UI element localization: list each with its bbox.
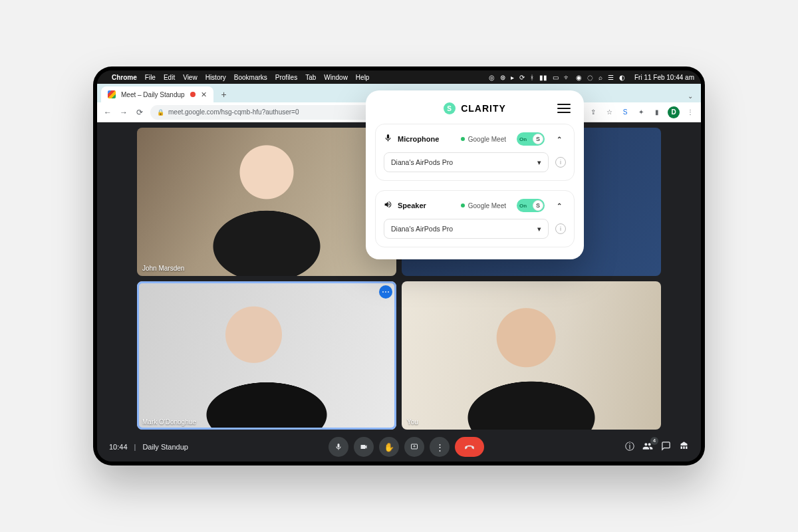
- menu-profiles[interactable]: Profiles: [275, 74, 297, 81]
- chrome-menu-button[interactable]: ⋮: [685, 107, 696, 118]
- menu-help[interactable]: Help: [356, 74, 370, 81]
- microphone-device-value: Diana's AirPods Pro: [391, 158, 453, 166]
- tray-play-icon[interactable]: ▸: [511, 74, 514, 81]
- speaker-toggle[interactable]: On S: [517, 199, 545, 212]
- tray-icon[interactable]: ⊛: [500, 74, 505, 81]
- nav-back-button[interactable]: ←: [102, 107, 113, 118]
- tab-close-button[interactable]: ✕: [201, 90, 207, 99]
- lock-icon: 🔒: [157, 109, 164, 116]
- phone-hangup-icon: [464, 441, 475, 453]
- menu-view[interactable]: View: [183, 74, 198, 81]
- window-dropdown-button[interactable]: ⌄: [688, 92, 693, 100]
- menubar-clock[interactable]: Fri 11 Feb 10:44 am: [634, 74, 694, 81]
- tray-clock-icon[interactable]: ◌: [587, 74, 593, 81]
- menu-edit[interactable]: Edit: [164, 74, 175, 81]
- video-tile[interactable]: John Marsden: [137, 128, 396, 276]
- profile-avatar[interactable]: D: [668, 106, 680, 118]
- share-icon[interactable]: ⇪: [588, 107, 598, 118]
- speaker-app-indicator: Google Meet: [461, 202, 506, 209]
- speaker-label: Speaker: [398, 201, 426, 209]
- tab-title: Meet – Daily Standup: [121, 91, 185, 98]
- browser-tab[interactable]: Meet – Daily Standup ✕: [101, 86, 213, 102]
- microphone-label: Microphone: [398, 135, 439, 143]
- toggle-knob-icon: S: [533, 134, 543, 144]
- camera-icon: [360, 443, 368, 451]
- video-tile-speaking[interactable]: ⋯ Mark O'Donoghue: [137, 281, 396, 430]
- menubar-tray: ◎ ⊛ ▸ ⟳ ᚼ ▮▮ ▭ ᯤ ◉ ◌ ⌕ ☰ ◐ Fri 11 Feb 10…: [489, 74, 694, 81]
- microphone-device-select[interactable]: Diana's AirPods Pro ▾: [384, 152, 549, 172]
- tray-bluetooth-icon[interactable]: ᚼ: [530, 74, 534, 81]
- meet-favicon-icon: [108, 90, 116, 98]
- meeting-details-button[interactable]: ⓘ: [625, 441, 634, 453]
- microphone-info-button[interactable]: i: [555, 157, 566, 168]
- tile-menu-button[interactable]: ⋯: [379, 285, 392, 299]
- menu-history[interactable]: History: [205, 74, 226, 81]
- status-dot-icon: [461, 203, 465, 207]
- clarity-logo-icon: S: [444, 102, 456, 114]
- raise-hand-button[interactable]: ✋: [379, 437, 399, 457]
- activities-button[interactable]: [679, 441, 689, 453]
- speaker-icon: [384, 200, 392, 211]
- speaker-info-button[interactable]: i: [555, 223, 566, 234]
- status-dot-icon: [461, 137, 465, 141]
- url-field[interactable]: 🔒 meet.google.com/hsg-cqmb-hfu?authuser=…: [150, 105, 403, 120]
- recording-indicator-icon: [190, 92, 196, 97]
- present-screen-button[interactable]: [404, 437, 424, 457]
- tray-siri-icon[interactable]: ◐: [619, 74, 625, 81]
- menubar-app-name[interactable]: Chrome: [112, 74, 137, 81]
- tray-battery-icon[interactable]: ▮▮: [539, 74, 547, 81]
- extension-icon[interactable]: S: [620, 107, 630, 118]
- chevron-down-icon: ▾: [537, 225, 541, 233]
- clarity-logo: S CLARITY: [444, 102, 506, 114]
- microphone-icon: [384, 134, 392, 144]
- toggle-label: On: [519, 203, 527, 209]
- people-button[interactable]: 4: [642, 441, 653, 454]
- url-text: meet.google.com/hsg-cqmb-hfu?authuser=0: [168, 108, 299, 116]
- tray-wifi-icon[interactable]: ᯤ: [564, 74, 571, 81]
- clarity-brand-text: CLARITY: [461, 103, 506, 114]
- tray-display-icon[interactable]: ▭: [553, 74, 559, 81]
- meet-bottom-bar: 10:44 | Daily Standup ✋ ⋮: [97, 432, 701, 462]
- toggle-camera-button[interactable]: [354, 437, 374, 457]
- menubar-menus: File Edit View History Bookmarks Profile…: [145, 74, 370, 81]
- nav-reload-button[interactable]: ⟳: [134, 107, 145, 118]
- microphone-icon: [334, 443, 342, 451]
- divider: |: [134, 443, 136, 451]
- present-icon: [410, 443, 418, 451]
- participant-name: Mark O'Donoghue: [142, 418, 196, 426]
- speaker-device-select[interactable]: Diana's AirPods Pro ▾: [384, 219, 549, 239]
- tray-icon[interactable]: ◎: [489, 74, 495, 81]
- screen: Chrome File Edit View History Bookmarks …: [97, 70, 701, 462]
- meeting-time: 10:44: [109, 443, 128, 451]
- chat-button[interactable]: [661, 441, 671, 453]
- macos-menubar: Chrome File Edit View History Bookmarks …: [97, 70, 701, 84]
- nav-forward-button[interactable]: →: [118, 107, 129, 118]
- speaker-collapse-button[interactable]: ⌃: [553, 199, 566, 212]
- microphone-toggle[interactable]: On S: [517, 132, 545, 146]
- toggle-mic-button[interactable]: [329, 437, 348, 457]
- menu-bookmarks[interactable]: Bookmarks: [234, 74, 267, 81]
- microphone-app-indicator: Google Meet: [461, 136, 506, 143]
- more-options-button[interactable]: ⋮: [430, 437, 450, 457]
- microphone-collapse-button[interactable]: ⌃: [553, 132, 566, 146]
- tray-search-icon[interactable]: ⌕: [598, 74, 602, 81]
- menu-tab[interactable]: Tab: [305, 74, 316, 81]
- bookmark-star-icon[interactable]: ☆: [604, 107, 614, 118]
- menu-window[interactable]: Window: [324, 74, 348, 81]
- participant-name: You: [407, 418, 418, 426]
- meeting-title: Daily Standup: [142, 443, 188, 451]
- participant-name: John Marsden: [142, 265, 184, 272]
- tray-user-icon[interactable]: ◉: [576, 74, 582, 81]
- laptop-frame: Chrome File Edit View History Bookmarks …: [93, 66, 705, 466]
- extensions-puzzle-icon[interactable]: ✦: [636, 107, 646, 118]
- clarity-menu-button[interactable]: [557, 102, 571, 114]
- tray-sync-icon[interactable]: ⟳: [519, 74, 525, 81]
- clarity-microphone-section: Microphone Google Meet On S ⌃ Diana's Ai…: [375, 124, 575, 181]
- tray-control-center-icon[interactable]: ☰: [608, 74, 614, 81]
- toggle-knob-icon: S: [533, 200, 543, 211]
- new-tab-button[interactable]: +: [217, 88, 231, 101]
- video-tile-self[interactable]: You: [402, 281, 661, 430]
- menu-file[interactable]: File: [145, 74, 156, 81]
- extension-icon[interactable]: ▮: [652, 107, 662, 118]
- leave-call-button[interactable]: [455, 437, 484, 457]
